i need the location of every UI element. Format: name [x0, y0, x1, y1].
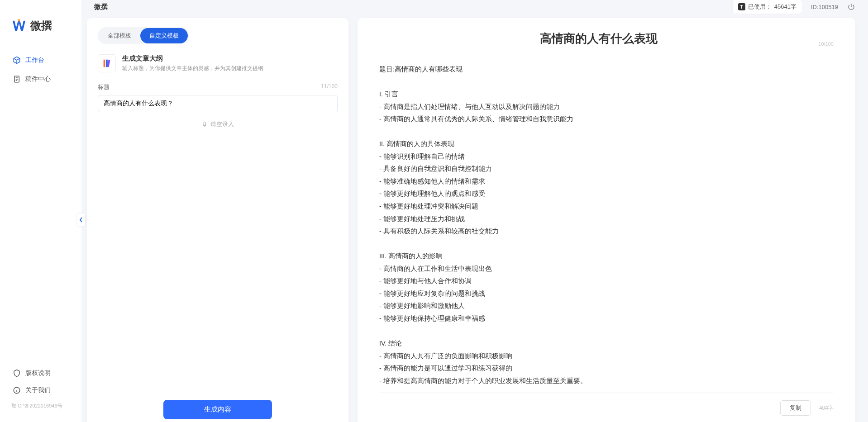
power-icon[interactable] [847, 3, 855, 11]
left-panel: 全部模板 自定义模板 生成文章大纲 输入标题，为你提供文章主体的灵感，并为其创建… [87, 18, 348, 422]
title-input[interactable] [98, 95, 338, 112]
logo-text: 微撰 [30, 19, 52, 33]
info-icon [13, 386, 21, 394]
template-tabs: 全部模板 自定义模板 [98, 27, 189, 44]
title-field-label: 标题 [98, 83, 110, 91]
speech-label: 请空录入 [210, 120, 234, 128]
sidebar: 微撰 工作台 稿件中心 版权说明 关于我们 鄂ICP备2022016946号 [0, 0, 81, 422]
tab-custom-templates[interactable]: 自定义模板 [140, 28, 188, 43]
logo-icon [11, 18, 27, 33]
bottom-label: 版权说明 [25, 369, 51, 377]
output-title-count: 10/100 [818, 41, 834, 47]
sidebar-bottom: 版权说明 关于我们 [0, 365, 81, 399]
usage-value: 45641字 [774, 3, 796, 11]
sidebar-collapse-button[interactable] [77, 213, 85, 226]
generate-button[interactable]: 生成内容 [163, 400, 272, 419]
bottom-item-about[interactable]: 关于我们 [5, 382, 77, 399]
template-title: 生成文章大纲 [122, 54, 263, 63]
copy-button[interactable]: 复制 [780, 400, 811, 416]
chevron-left-icon [79, 217, 83, 223]
logo: 微撰 [0, 9, 81, 52]
cube-icon [13, 56, 21, 64]
nav-label: 稿件中心 [25, 75, 51, 83]
sidebar-nav: 工作台 稿件中心 [0, 52, 81, 365]
topbar: 微撰 T 已使用： 45641字 ID:100519 [81, 0, 868, 14]
template-thumb-icon [98, 54, 116, 72]
speech-input-button[interactable]: 请空录入 [98, 120, 338, 128]
usage-badge[interactable]: T 已使用： 45641字 [733, 0, 802, 14]
icp-text: 鄂ICP备2022016946号 [0, 399, 81, 413]
template-card: 生成文章大纲 输入标题，为你提供文章主体的灵感，并为其创建推文提纲 [98, 54, 338, 72]
output-body[interactable]: 题目:高情商的人有哪些表现 I. 引言 - 高情商是指人们处理情绪、与他人互动以… [379, 63, 834, 387]
svg-rect-4 [204, 122, 205, 125]
mic-icon [201, 121, 208, 128]
bottom-item-copyright[interactable]: 版权说明 [5, 365, 77, 382]
bottom-label: 关于我们 [25, 386, 51, 394]
nav-item-drafts[interactable]: 稿件中心 [5, 71, 77, 88]
template-desc: 输入标题，为你提供文章主体的灵感，并为其创建推文提纲 [122, 65, 263, 72]
output-title: 高情商的人有什么表现 [379, 31, 818, 47]
word-count: 404字 [819, 404, 834, 412]
page-title: 微撰 [94, 3, 108, 11]
nav-label: 工作台 [25, 56, 44, 64]
output-panel: 高情商的人有什么表现 10/100 题目:高情商的人有哪些表现 I. 引言 - … [358, 18, 855, 422]
usage-label: 已使用： [748, 3, 772, 11]
shield-icon [13, 369, 21, 377]
tab-all-templates[interactable]: 全部模板 [99, 28, 140, 43]
nav-item-workbench[interactable]: 工作台 [5, 52, 77, 69]
doc-icon [13, 75, 21, 83]
user-id: ID:100519 [811, 4, 838, 10]
usage-icon: T [738, 3, 745, 10]
title-char-count: 11/100 [321, 83, 338, 91]
